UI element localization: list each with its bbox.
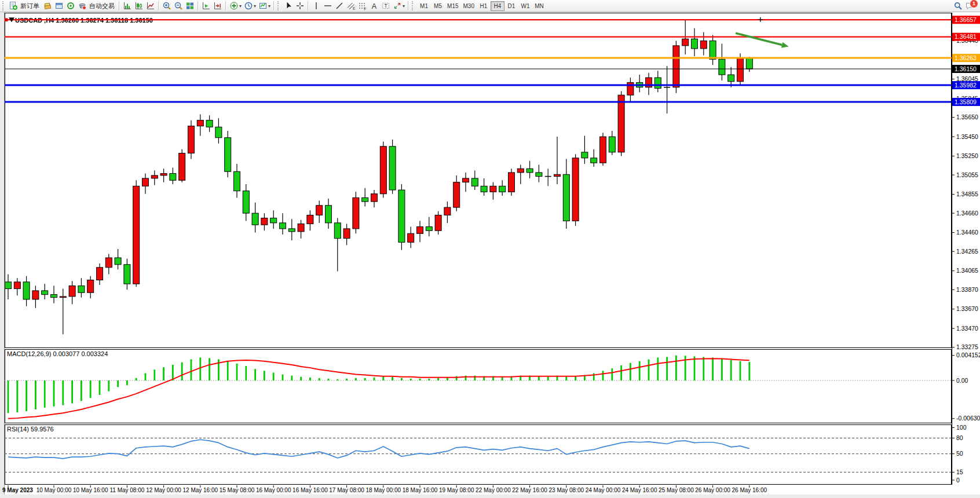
indicators-icon (229, 1, 239, 10)
templates-icon (258, 1, 268, 10)
chevron-down-icon: ▾ (254, 3, 256, 9)
line-chart-icon (146, 1, 155, 10)
chart-shift-button[interactable] (212, 1, 224, 11)
auto-trading-icon (78, 1, 87, 10)
price-tick-label: 1.33670 (956, 305, 978, 312)
chat-button[interactable]: 1 (964, 1, 975, 11)
toolbar-separator (119, 1, 120, 10)
price-tag: 1.36657 (952, 16, 980, 24)
toolbar-separator (408, 1, 409, 10)
auto-scroll-button[interactable] (200, 1, 212, 11)
notification-badge: 1 (970, 0, 978, 8)
toolbar-grip[interactable] (2, 1, 5, 10)
price-tick-label: 1.34460 (956, 229, 978, 236)
navigator-button[interactable] (65, 1, 76, 11)
rsi-label: RSI(14) 59.9576 (7, 426, 54, 433)
search-button[interactable] (952, 1, 964, 11)
timeframe-m30-button[interactable]: M30 (461, 1, 477, 11)
search-icon (953, 1, 963, 10)
price-tick-label: 1.34855 (956, 191, 978, 197)
toolbar-grip[interactable] (412, 1, 415, 10)
timeframe-d1-button[interactable]: D1 (504, 1, 518, 11)
periods-button[interactable]: ▾ (243, 1, 257, 11)
time-axis-label: 24 May 00:00 (586, 487, 621, 493)
price-tick-label: 1.33470 (956, 325, 978, 332)
zoom-in-button[interactable] (161, 1, 173, 11)
auto-trading-button[interactable] (76, 1, 88, 11)
timeframe-w1-button[interactable]: W1 (518, 1, 532, 11)
rsi-tick-label: 0 (956, 477, 960, 484)
time-axis-label: 10 May 00:00 (36, 487, 72, 493)
bar-chart-icon (123, 1, 132, 10)
label-icon: T (381, 1, 390, 10)
label-button[interactable]: T (380, 1, 392, 11)
svg-text:1.36657: 1.36657 (955, 16, 977, 23)
svg-text:E: E (353, 6, 356, 10)
toolbar-separator (158, 1, 159, 10)
price-tick-label: 1.35055 (956, 171, 978, 178)
market-watch-icon (43, 1, 52, 10)
svg-text:1.36481: 1.36481 (955, 33, 977, 40)
data-window-button[interactable] (53, 1, 65, 11)
price-tick-label: 1.33275 (956, 343, 978, 350)
time-axis-label: 17 May 08:00 (329, 487, 364, 493)
price-tick-label: 1.34265 (956, 248, 978, 255)
bar-chart-button[interactable] (122, 1, 133, 11)
line-chart-button[interactable] (145, 1, 156, 11)
candlestick-button[interactable] (133, 1, 145, 11)
templates-button[interactable]: ▾ (257, 1, 272, 11)
toolbar-separator (225, 1, 226, 10)
toolbar-right-group: 1 (952, 1, 979, 11)
shapes-icon (393, 1, 402, 10)
chart-area[interactable]: 1.366551.364401.362401.360451.358451.356… (0, 0, 980, 498)
hline-button[interactable] (322, 1, 334, 11)
line-anchor[interactable] (5, 18, 8, 21)
crosshair-icon (295, 1, 305, 10)
time-axis-label: 11 May 08:00 (109, 487, 144, 493)
toolbar: 新订单自动交易▾▾▾EFAT▾M1M5M15M30H1H4D1W1MN1 (0, 0, 980, 12)
macd-tick-label: -0.006309 (956, 415, 980, 422)
trendline-button[interactable] (334, 1, 345, 11)
price-tag: 1.35982 (952, 81, 980, 89)
new-order-button[interactable] (8, 1, 19, 11)
hline-icon (323, 1, 332, 10)
time-axis-label: 18 May 00:00 (365, 487, 401, 493)
panel-frame (5, 425, 952, 485)
channel-icon: E (346, 1, 356, 10)
cursor-button[interactable] (283, 1, 294, 11)
price-tag: 1.35809 (952, 98, 980, 106)
timeframe-m15-button[interactable]: M15 (445, 1, 460, 11)
time-axis-label: 15 May 08:00 (220, 487, 255, 493)
indicators-button[interactable]: ▾ (228, 1, 243, 11)
text-icon: A (370, 1, 379, 10)
data-window-icon (54, 1, 64, 10)
timeframe-m1-button[interactable]: M1 (417, 1, 431, 11)
shapes-button[interactable]: ▾ (392, 1, 406, 11)
timeframe-h1-button[interactable]: H1 (477, 1, 491, 11)
price-tag: 1.36150 (952, 65, 980, 73)
vline-icon (312, 1, 321, 10)
time-axis-label: 23 May 08:00 (548, 487, 584, 493)
timeframe-m5-button[interactable]: M5 (431, 1, 445, 11)
zoom-in-icon (162, 1, 171, 10)
timeframe-mn-button[interactable]: MN (532, 1, 546, 11)
new-order-icon (9, 1, 18, 10)
vline-button[interactable] (310, 1, 322, 11)
market-watch-button[interactable] (42, 1, 53, 11)
time-axis-label: 22 May 16:00 (512, 487, 547, 493)
time-axis-label: 26 May 00:00 (695, 487, 730, 493)
toolbar-grip[interactable] (277, 1, 280, 10)
rsi-tick-label: 80 (956, 434, 963, 441)
timeframe-h4-button[interactable]: H4 (491, 1, 504, 11)
text-button[interactable]: A (368, 1, 380, 11)
fibonacci-button[interactable]: F (357, 1, 368, 11)
zoom-out-button[interactable] (173, 1, 184, 11)
price-tag: 1.36263 (952, 54, 980, 62)
svg-text:1.36150: 1.36150 (955, 65, 977, 72)
channel-button[interactable]: E (345, 1, 357, 11)
crosshair-button[interactable] (294, 1, 306, 11)
fibonacci-icon: F (358, 1, 367, 10)
time-axis-label: 19 May 08:00 (439, 487, 474, 493)
time-axis-label: 18 May 16:00 (403, 487, 438, 493)
tile-windows-button[interactable] (184, 1, 196, 11)
